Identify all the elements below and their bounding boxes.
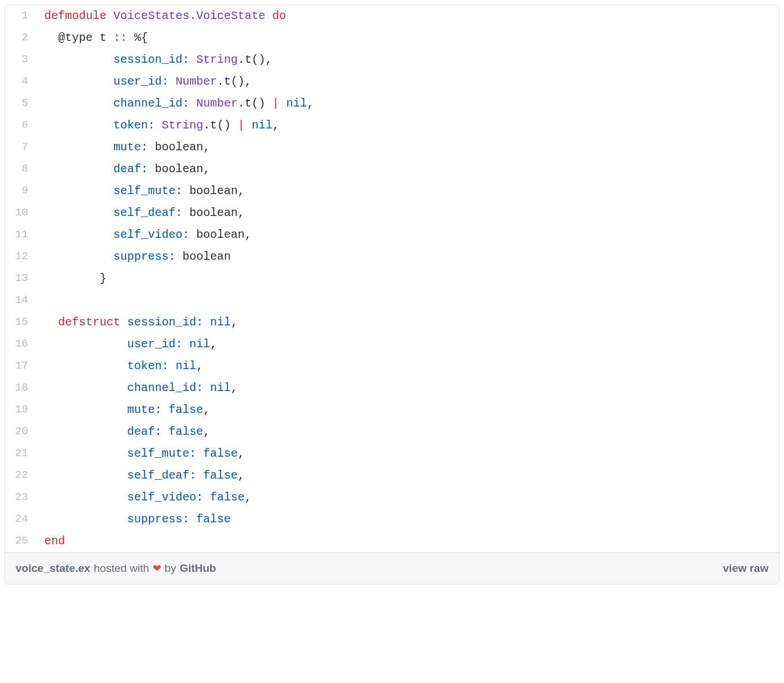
code-token: String: [196, 53, 238, 66]
line-number[interactable]: 16: [5, 333, 37, 355]
line-code[interactable]: self_video: boolean,: [37, 224, 779, 246]
code-line: 16 user_id: nil,: [5, 333, 779, 355]
line-number[interactable]: 3: [5, 49, 37, 71]
line-number[interactable]: 6: [5, 115, 37, 136]
code-token: [120, 316, 127, 329]
code-token: |: [272, 97, 279, 110]
code-line: 11 self_video: boolean,: [5, 224, 779, 246]
code-line: 6 token: String.t() | nil,: [5, 115, 779, 136]
code-token: [44, 250, 113, 263]
code-token: .t(),: [238, 53, 272, 66]
code-token: [203, 316, 210, 329]
line-code[interactable]: defstruct session_id: nil,: [37, 312, 779, 333]
view-raw-link[interactable]: view raw: [723, 562, 768, 575]
code-token: [44, 491, 127, 504]
code-token: ,: [196, 359, 203, 373]
code-token: boolean,: [182, 206, 245, 219]
line-number[interactable]: 7: [5, 136, 37, 158]
code-token: defstruct: [58, 316, 120, 329]
code-token: boolean,: [148, 141, 210, 154]
line-number[interactable]: 22: [5, 465, 37, 487]
code-token: user_id:: [127, 337, 182, 351]
line-number[interactable]: 15: [5, 312, 37, 333]
github-link[interactable]: GitHub: [180, 562, 216, 575]
code-token: [44, 425, 127, 438]
line-code[interactable]: suppress: boolean: [37, 246, 779, 268]
line-number[interactable]: 18: [5, 377, 37, 399]
by-text: by: [165, 562, 176, 575]
code-line: 12 suppress: boolean: [5, 246, 779, 268]
code-line: 17 token: nil,: [5, 355, 779, 377]
line-code[interactable]: self_mute: boolean,: [37, 180, 779, 202]
line-code[interactable]: defmodule VoiceStates.VoiceState do: [37, 5, 779, 27]
line-number[interactable]: 23: [5, 487, 37, 509]
line-code[interactable]: self_video: false,: [37, 487, 779, 509]
line-code[interactable]: channel_id: nil,: [37, 377, 779, 399]
line-number[interactable]: 21: [5, 443, 37, 465]
code-token: [155, 119, 162, 132]
line-number[interactable]: 17: [5, 355, 37, 377]
line-number[interactable]: 14: [5, 290, 37, 312]
line-number[interactable]: 9: [5, 180, 37, 202]
code-token: boolean,: [182, 184, 245, 198]
code-token: [189, 53, 196, 66]
line-code[interactable]: suppress: false: [37, 509, 779, 530]
line-code[interactable]: token: String.t() | nil,: [37, 115, 779, 136]
code-token: self_video:: [113, 228, 189, 241]
line-number[interactable]: 12: [5, 246, 37, 268]
code-token: [44, 53, 113, 66]
code-line: 15 defstruct session_id: nil,: [5, 312, 779, 333]
code-token: false: [203, 447, 238, 460]
line-number[interactable]: 20: [5, 421, 37, 443]
code-token: nil: [286, 97, 307, 110]
line-number[interactable]: 19: [5, 399, 37, 421]
line-number[interactable]: 4: [5, 71, 37, 93]
code-token: [196, 469, 203, 482]
code-line: 8 deaf: boolean,: [5, 158, 779, 180]
line-code[interactable]: self_mute: false,: [37, 443, 779, 465]
filename-link[interactable]: voice_state.ex: [16, 562, 90, 575]
line-code[interactable]: self_deaf: boolean,: [37, 202, 779, 224]
line-number[interactable]: 1: [5, 5, 37, 27]
line-code[interactable]: }: [37, 268, 779, 290]
line-code[interactable]: user_id: Number.t(),: [37, 71, 779, 93]
line-number[interactable]: 24: [5, 509, 37, 530]
code-line: 2 @type t :: %{: [5, 27, 779, 49]
code-token: [189, 97, 196, 110]
code-line: 5 channel_id: Number.t() | nil,: [5, 93, 779, 115]
line-code[interactable]: @type t :: %{: [37, 27, 779, 49]
line-number[interactable]: 25: [5, 530, 37, 552]
line-number[interactable]: 13: [5, 268, 37, 290]
line-code[interactable]: mute: boolean,: [37, 136, 779, 158]
line-code[interactable]: session_id: String.t(),: [37, 49, 779, 71]
line-code[interactable]: deaf: boolean,: [37, 158, 779, 180]
code-token: [44, 337, 127, 351]
code-token: [44, 403, 127, 416]
code-token: suppress:: [113, 250, 176, 263]
code-token: deaf:: [113, 162, 148, 176]
code-token: self_deaf:: [113, 206, 182, 219]
line-number[interactable]: 5: [5, 93, 37, 115]
code-line: 23 self_video: false,: [5, 487, 779, 509]
line-number[interactable]: 2: [5, 27, 37, 49]
line-number[interactable]: 10: [5, 202, 37, 224]
code-token: .t(),: [217, 75, 252, 88]
line-code[interactable]: deaf: false,: [37, 421, 779, 443]
line-code[interactable]: self_deaf: false,: [37, 465, 779, 487]
code-token: |: [238, 119, 245, 132]
code-token: .t(): [238, 97, 272, 110]
line-number[interactable]: 8: [5, 158, 37, 180]
line-code[interactable]: mute: false,: [37, 399, 779, 421]
code-token: nil: [189, 337, 210, 351]
line-number[interactable]: 11: [5, 224, 37, 246]
code-token: end: [44, 534, 65, 548]
line-code[interactable]: token: nil,: [37, 355, 779, 377]
code-token: [44, 381, 127, 394]
line-code[interactable]: user_id: nil,: [37, 333, 779, 355]
code-token: mute:: [113, 141, 148, 154]
line-code[interactable]: [37, 290, 779, 312]
line-code[interactable]: end: [37, 530, 779, 552]
code-token: @type t: [44, 31, 113, 44]
line-code[interactable]: channel_id: Number.t() | nil,: [37, 93, 779, 115]
code-line: 10 self_deaf: boolean,: [5, 202, 779, 224]
